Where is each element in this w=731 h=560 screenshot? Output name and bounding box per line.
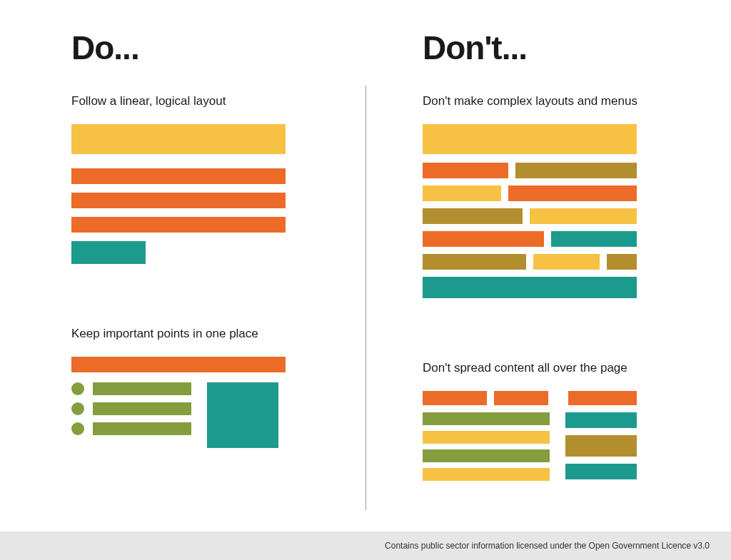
column-divider: [366, 86, 366, 510]
layout-block: [93, 402, 191, 415]
layout-block: [423, 391, 487, 405]
bullet-item: [71, 382, 191, 395]
layout-block: [423, 185, 501, 201]
layout-row: [423, 254, 637, 270]
do-section-onplace: Keep important points in one place: [71, 327, 337, 448]
main-content: Do... Follow a linear, logical layout Ke…: [0, 0, 731, 531]
layout-block: [515, 163, 637, 178]
layout-block: [565, 412, 637, 428]
dont-complex-text: Don't make complex layouts and menus: [423, 94, 688, 108]
layout-block: [423, 208, 523, 224]
layout-block: [494, 391, 548, 405]
layout-block: [508, 185, 637, 201]
bullet-dot-icon: [71, 422, 84, 435]
bullet-dot-icon: [71, 382, 84, 395]
layout-block: [423, 468, 550, 481]
dont-scattered-text: Don't spread content all over the page: [423, 361, 688, 375]
footer-licence-text: Contains public sector information licen…: [385, 541, 710, 551]
layout-block: [71, 217, 286, 233]
do-column: Do... Follow a linear, logical layout Ke…: [0, 29, 380, 531]
layout-block: [93, 422, 191, 435]
dont-section-complex: Don't make complex layouts and menus: [423, 94, 688, 298]
layout-row: [423, 208, 637, 224]
layout-block: [533, 254, 600, 270]
layout-block: [423, 163, 508, 178]
layout-block: [71, 124, 286, 154]
layout-block: [551, 231, 637, 247]
layout-row: [423, 391, 637, 405]
do-section-linear: Follow a linear, logical layout: [71, 94, 337, 264]
layout-row: [423, 231, 637, 247]
dont-heading: Don't...: [423, 29, 688, 67]
layout-block: [423, 431, 550, 444]
do-heading: Do...: [71, 29, 337, 67]
layout-group: [565, 412, 637, 481]
footer-bar: Contains public sector information licen…: [0, 531, 731, 560]
layout-block: [423, 412, 550, 425]
oneplace-illustration: [71, 357, 286, 448]
layout-block: [93, 382, 191, 395]
layout-block: [568, 391, 637, 405]
dont-section-scattered: Don't spread content all over the page: [423, 361, 688, 481]
layout-block: [530, 208, 637, 224]
layout-block: [423, 231, 544, 247]
layout-block: [207, 382, 278, 448]
bullet-list: [71, 382, 191, 448]
layout-block: [423, 449, 550, 462]
layout-block: [71, 357, 286, 372]
layout-block: [71, 168, 286, 184]
bullet-dot-icon: [71, 402, 84, 415]
layout-block: [71, 241, 146, 264]
layout-block: [423, 254, 526, 270]
bullet-item: [71, 422, 191, 435]
layout-block: [71, 193, 286, 208]
bullet-item: [71, 402, 191, 415]
linear-layout-illustration: [71, 124, 286, 264]
do-linear-text: Follow a linear, logical layout: [71, 94, 337, 108]
scattered-illustration: [423, 391, 637, 481]
layout-row: [423, 185, 637, 201]
layout-block: [565, 464, 637, 479]
layout-row: [423, 163, 637, 178]
layout-block: [423, 277, 637, 298]
layout-group: [423, 412, 550, 481]
layout-block: [607, 254, 637, 270]
layout-block: [423, 124, 637, 154]
dont-column: Don't... Don't make complex layouts and …: [380, 29, 731, 531]
layout-block: [565, 435, 637, 457]
complex-layout-illustration: [423, 124, 637, 298]
do-oneplace-text: Keep important points in one place: [71, 327, 337, 341]
